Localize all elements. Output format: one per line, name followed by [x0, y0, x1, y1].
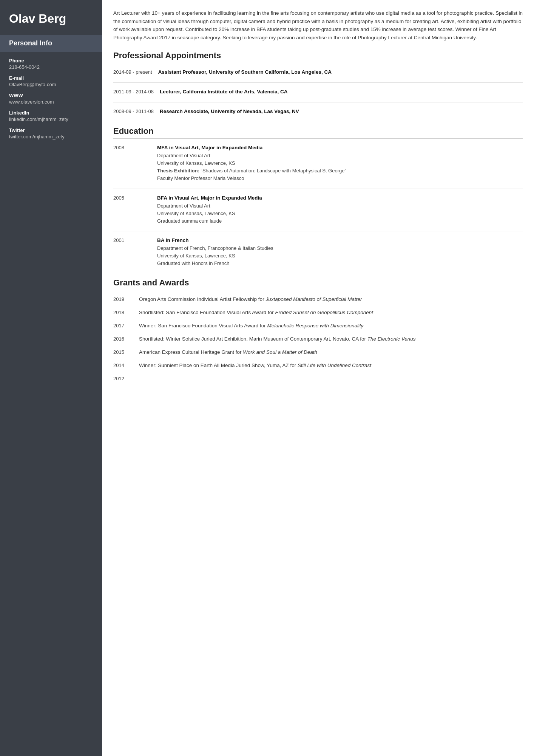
grant-year: 2018 [113, 309, 133, 317]
entry-date: 2008 [113, 144, 151, 182]
entry-row: 2008-09 - 2011-08 Research Associate, Un… [113, 108, 523, 116]
entry-date: 2005 [113, 194, 151, 225]
grant-description: Oregon Arts Commission Individual Artist… [139, 296, 523, 304]
education-section: Education 2008 MFA in Visual Art, Major … [113, 126, 523, 267]
dept: Department of French, Francophone & Ital… [157, 245, 523, 252]
personal-info-content: Phone 218-654-0042E-mail OlavBerg@rhyta.… [0, 58, 102, 154]
grant-year: 2016 [113, 335, 133, 343]
grant-entry: 2017 Winner: San Francisco Foundation Vi… [113, 322, 523, 330]
grant-entry: 2014 Winner: Sunniest Place on Earth All… [113, 362, 523, 370]
info-label: E-mail [9, 75, 93, 81]
entry-date: 2011-09 - 2014-08 [113, 88, 154, 96]
info-value: www.olaversion.com [9, 99, 93, 105]
info-value: 218-654-0042 [9, 64, 93, 70]
entry-date: 2014-09 - present [113, 68, 152, 76]
info-item: Twitter twitter.com/mjhamm_zety [9, 127, 93, 139]
info-value: OlavBerg@rhyta.com [9, 82, 93, 87]
info-item: E-mail OlavBerg@rhyta.com [9, 75, 93, 87]
italic-text: Eroded Sunset on Geopoliticus Component [275, 310, 373, 315]
appointment-entry: 2008-09 - 2011-08 Research Associate, Un… [113, 108, 523, 116]
grant-year: 2015 [113, 349, 133, 356]
grant-year: 2017 [113, 322, 133, 330]
education-entry: 2005 BFA in Visual Art, Major in Expande… [113, 194, 523, 231]
info-label: Phone [9, 58, 93, 64]
grants-section: Grants and Awards 2019 Oregon Arts Commi… [113, 278, 523, 383]
grant-year: 2014 [113, 362, 133, 370]
grant-entry: 2016 Shortlisted: Winter Solstice Juried… [113, 335, 523, 343]
grant-description: Winner: San Francisco Foundation Visual … [139, 322, 523, 330]
entry-content: MFA in Visual Art, Major in Expanded Med… [157, 144, 523, 182]
grant-entry: 2015 American Express Cultural Heritage … [113, 349, 523, 356]
info-value: twitter.com/mjhamm_zety [9, 134, 93, 139]
graduated: Graduated with Honors in French [157, 260, 523, 267]
degree-title: BFA in Visual Art, Major in Expanded Med… [157, 194, 523, 202]
appointments-section: Professional Appointments 2014-09 - pres… [113, 51, 523, 116]
grants-title: Grants and Awards [113, 278, 523, 290]
education-entries: 2008 MFA in Visual Art, Major in Expande… [113, 144, 523, 267]
grant-entry: 2012 [113, 375, 523, 383]
entry-content: BFA in Visual Art, Major in Expanded Med… [157, 194, 523, 225]
entry-content: BA in French Department of French, Franc… [157, 237, 523, 267]
sidebar: Olav Berg Personal Info Phone 218-654-00… [0, 0, 102, 756]
grants-entries: 2019 Oregon Arts Commission Individual A… [113, 296, 523, 383]
grant-entry: 2018 Shortlisted: San Francisco Foundati… [113, 309, 523, 317]
grant-description: Winner: Sunniest Place on Earth All Medi… [139, 362, 523, 370]
entry-content: Assistant Professor, University of South… [158, 68, 523, 76]
divider [113, 231, 523, 231]
school: University of Kansas, Lawrence, KS [157, 210, 523, 217]
italic-text: The Electronic Venus [367, 336, 416, 342]
dept: Department of Visual Art [157, 152, 523, 160]
grant-description [139, 375, 523, 383]
grant-description: Shortlisted: San Francisco Foundation Vi… [139, 309, 523, 317]
thesis: Thesis Exhibition: “Shadows of Automatio… [157, 167, 523, 175]
divider [113, 189, 523, 189]
entry-row: 2011-09 - 2014-08 Lecturer, California I… [113, 88, 523, 96]
entry-content: Research Associate, University of Nevada… [160, 108, 523, 116]
graduated: Graduated summa cum laude [157, 217, 523, 225]
italic-text: Melancholic Response with Dimensionality [267, 323, 363, 328]
entry-date: 2001 [113, 237, 151, 267]
education-entry: 2001 BA in French Department of French, … [113, 237, 523, 267]
appointment-entry: 2014-09 - present Assistant Professor, U… [113, 68, 523, 83]
italic-text: Work and Soul a Matter of Death [243, 349, 317, 355]
entry-date: 2008-09 - 2011-08 [113, 108, 154, 116]
dept: Department of Visual Art [157, 202, 523, 210]
info-label: Twitter [9, 127, 93, 133]
degree-title: BA in French [157, 237, 523, 245]
degree-title: MFA in Visual Art, Major in Expanded Med… [157, 144, 523, 152]
info-label: WWW [9, 93, 93, 98]
education-title: Education [113, 126, 523, 139]
entry-title: Research Associate, University of Nevada… [160, 108, 299, 114]
entry-row: 2008 MFA in Visual Art, Major in Expande… [113, 144, 523, 182]
candidate-name: Olav Berg [0, 0, 102, 35]
main-content: Art Lecturer with 10+ years of experienc… [102, 0, 534, 756]
info-item: WWW www.olaversion.com [9, 93, 93, 105]
italic-text: Still Life with Undefined Contrast [298, 363, 371, 368]
grant-year: 2019 [113, 296, 133, 304]
school: University of Kansas, Lawrence, KS [157, 160, 523, 167]
education-entry: 2008 MFA in Visual Art, Major in Expande… [113, 144, 523, 189]
entry-title: Lecturer, California Institute of the Ar… [160, 89, 288, 94]
summary-paragraph: Art Lecturer with 10+ years of experienc… [113, 9, 523, 42]
appointment-entry: 2011-09 - 2014-08 Lecturer, California I… [113, 88, 523, 102]
italic-text: Juxtaposed Manifesto of Superficial Matt… [265, 296, 362, 302]
school: University of Kansas, Lawrence, KS [157, 252, 523, 260]
divider [113, 102, 523, 102]
divider [113, 82, 523, 83]
grant-year: 2012 [113, 375, 133, 383]
entry-row: 2014-09 - present Assistant Professor, U… [113, 68, 523, 76]
appointments-entries: 2014-09 - present Assistant Professor, U… [113, 68, 523, 116]
info-label: LinkedIn [9, 110, 93, 116]
mentor: Faculty Mentor Professor Maria Velasco [157, 175, 523, 182]
entry-title: Assistant Professor, University of South… [158, 69, 332, 75]
grant-description: Shortlisted: Winter Solstice Juried Art … [139, 335, 523, 343]
info-item: Phone 218-654-0042 [9, 58, 93, 70]
grant-entry: 2019 Oregon Arts Commission Individual A… [113, 296, 523, 304]
personal-info-header: Personal Info [0, 35, 102, 52]
info-item: LinkedIn linkedin.com/mjhamm_zety [9, 110, 93, 122]
appointments-title: Professional Appointments [113, 51, 523, 63]
entry-row: 2005 BFA in Visual Art, Major in Expande… [113, 194, 523, 225]
info-value: linkedin.com/mjhamm_zety [9, 116, 93, 122]
grant-description: American Express Cultural Heritage Grant… [139, 349, 523, 356]
entry-content: Lecturer, California Institute of the Ar… [160, 88, 523, 96]
